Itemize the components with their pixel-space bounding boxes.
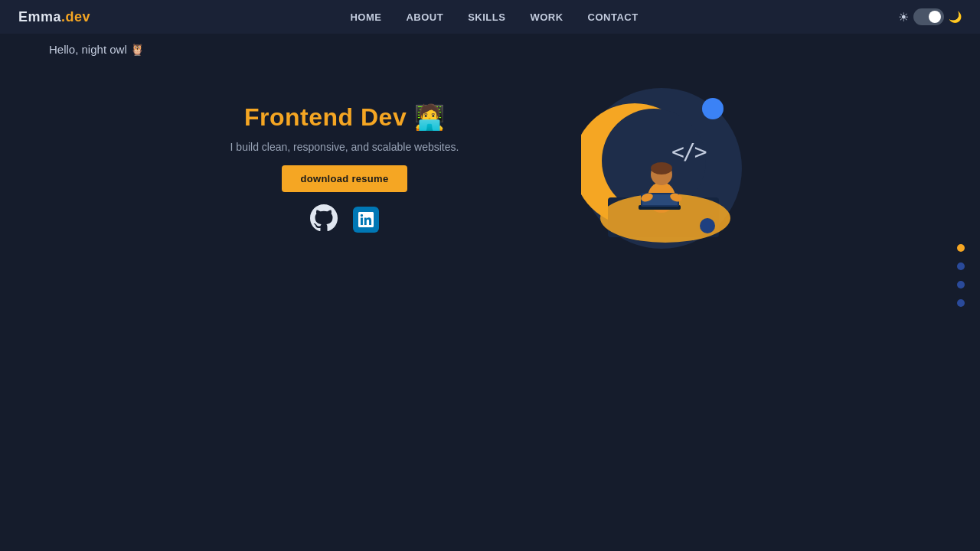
logo-dev: dev (66, 9, 91, 24)
svg-text:</>: </> (671, 139, 707, 165)
svg-point-14 (700, 218, 715, 233)
navbar: Emma.dev HOME ABOUT SKILLS WORK CONTACT … (0, 0, 980, 34)
moon-icon: 🌙 (949, 11, 962, 23)
svg-point-7 (651, 162, 672, 174)
nav-skills[interactable]: SKILLS (468, 11, 505, 23)
nav-contact[interactable]: CONTACT (588, 11, 639, 23)
sun-icon: ☀ (898, 10, 909, 24)
theme-toggle[interactable] (913, 8, 944, 25)
nav-about[interactable]: ABOUT (406, 11, 443, 23)
github-icon (310, 204, 338, 232)
nav-work[interactable]: WORK (530, 11, 563, 23)
illustration-svg: </> (581, 84, 750, 253)
dot-3[interactable] (957, 281, 965, 289)
dot-4[interactable] (957, 299, 965, 307)
nav-links: HOME ABOUT SKILLS WORK CONTACT (350, 11, 638, 23)
hero-subtitle: I build clean, responsive, and scalable … (230, 141, 459, 153)
theme-toggle-area: ☀ 🌙 (898, 8, 962, 25)
page-navigation-dots (957, 244, 965, 307)
logo: Emma.dev (18, 9, 90, 25)
nav-home[interactable]: HOME (350, 11, 381, 23)
linkedin-link[interactable] (353, 207, 379, 233)
hero-section: Frontend Dev 🧑‍💻 I build clean, responsi… (0, 84, 980, 253)
social-links (310, 204, 379, 235)
logo-name: Emma (18, 9, 61, 24)
toggle-thumb (929, 11, 941, 23)
linkedin-icon (353, 207, 379, 233)
hero-content: Frontend Dev 🧑‍💻 I build clean, responsi… (230, 103, 459, 235)
svg-point-13 (702, 98, 724, 119)
dot-1[interactable] (957, 244, 965, 252)
greeting-text: Hello, night owl 🦉 (49, 43, 145, 57)
hero-illustration: </> (581, 84, 750, 253)
hero-title: Frontend Dev 🧑‍💻 (244, 103, 445, 132)
dot-2[interactable] (957, 262, 965, 270)
github-link[interactable] (310, 204, 338, 235)
download-resume-button[interactable]: download resume (282, 165, 407, 192)
